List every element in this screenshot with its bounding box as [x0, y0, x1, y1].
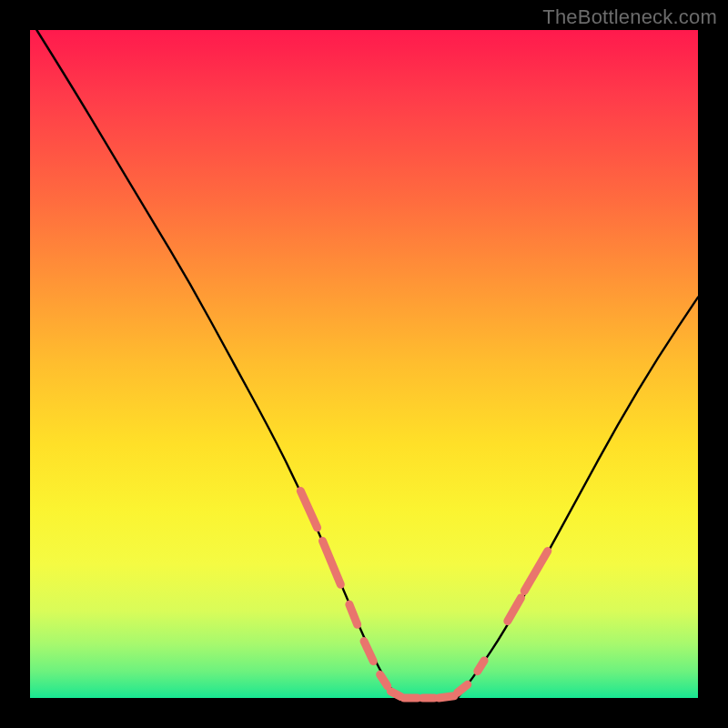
highlight-segments — [300, 490, 548, 698]
chart-frame: TheBottleneck.com — [0, 0, 728, 728]
highlight-segment — [390, 692, 400, 697]
highlight-segment — [322, 541, 340, 585]
highlight-segment — [349, 604, 358, 624]
highlight-segment — [380, 674, 388, 685]
highlight-segment — [439, 696, 454, 698]
highlight-segment — [300, 490, 317, 527]
bottleneck-curve — [36, 30, 698, 698]
curve-layer — [30, 30, 698, 698]
highlight-segment — [458, 684, 468, 693]
highlight-segment — [524, 551, 548, 592]
highlight-segment — [508, 598, 521, 622]
highlight-segment — [478, 661, 484, 672]
plot-area — [30, 30, 698, 698]
highlight-segment — [364, 642, 373, 662]
watermark-text: TheBottleneck.com — [542, 5, 717, 29]
